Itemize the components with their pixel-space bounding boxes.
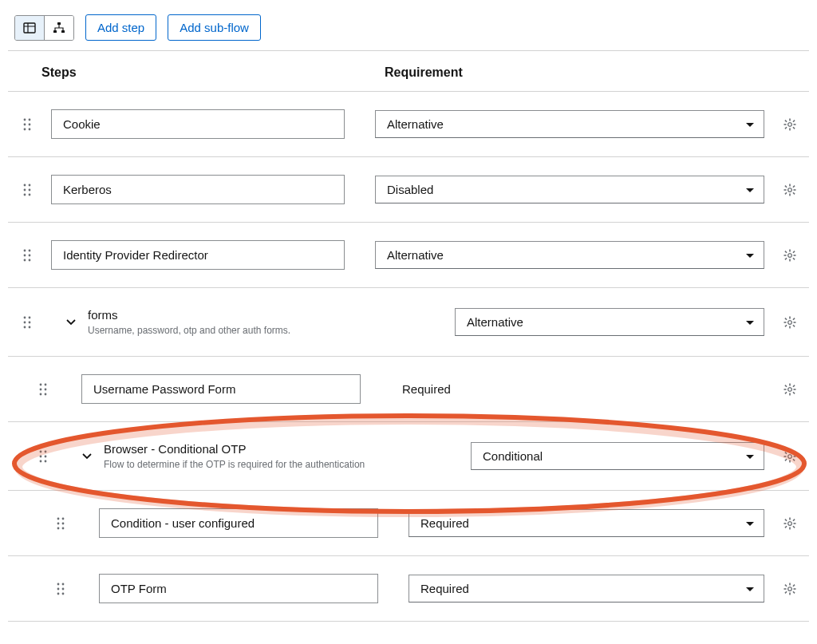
requirement-cell: Conditional	[471, 442, 764, 470]
svg-rect-5	[61, 30, 65, 33]
drag-handle[interactable]	[8, 248, 41, 263]
step-box[interactable]: OTP Form	[99, 574, 378, 603]
step-box[interactable]: Username Password Form	[81, 374, 361, 404]
step-cell: Identity Provider Redirector	[41, 240, 345, 270]
flow-title: Browser - Conditional OTP	[104, 442, 440, 456]
flow-row-cond-user: Condition - user configuredRequired	[8, 491, 809, 556]
requirement-select[interactable]: Required	[408, 575, 764, 603]
row-settings-button[interactable]	[764, 316, 796, 329]
column-headers: Steps Requirement	[8, 51, 809, 92]
chevron-down-icon	[82, 452, 92, 461]
grip-icon	[38, 449, 48, 464]
add-subflow-button[interactable]: Add sub-flow	[168, 14, 261, 41]
gear-icon	[783, 118, 796, 131]
rows-container: CookieAlternativeKerberosDisabledIdentit…	[8, 92, 809, 622]
step-box[interactable]: Cookie	[51, 109, 345, 139]
step-box[interactable]: Kerberos	[51, 175, 345, 204]
grip-icon	[22, 315, 32, 330]
diagram-icon	[53, 22, 65, 34]
requirement-cell: Alternative	[375, 241, 764, 269]
flow-row-otp-form: OTP FormRequired	[8, 556, 809, 622]
requirement-text: Required	[391, 376, 764, 402]
flow-row-cookie: CookieAlternative	[8, 92, 809, 157]
column-header-steps: Steps	[41, 65, 385, 80]
requirement-select[interactable]: Alternative	[455, 308, 764, 336]
drag-handle[interactable]	[41, 516, 75, 531]
flow-description: Username, password, otp and other auth f…	[88, 325, 424, 336]
row-settings-button[interactable]	[764, 517, 796, 530]
flow-label: Browser - Conditional OTPFlow to determi…	[99, 440, 440, 472]
svg-rect-0	[24, 23, 35, 33]
authentication-flow-editor: Add step Add sub-flow Steps Requirement …	[0, 0, 817, 644]
table-icon	[23, 22, 36, 34]
toolbar: Add step Add sub-flow	[8, 14, 809, 51]
flow-label: formsUsername, password, otp and other a…	[83, 306, 424, 338]
column-header-requirement: Requirement	[385, 65, 809, 80]
gear-icon	[783, 583, 796, 595]
requirement-select[interactable]: Required	[408, 509, 764, 537]
row-settings-button[interactable]	[764, 184, 796, 196]
view-toggle-group	[14, 15, 74, 41]
step-cell: formsUsername, password, otp and other a…	[41, 306, 424, 338]
step-cell: Browser - Conditional OTPFlow to determi…	[57, 440, 440, 472]
drag-handle[interactable]	[8, 117, 41, 132]
svg-rect-3	[57, 22, 61, 25]
requirement-cell: Disabled	[375, 176, 764, 203]
step-cell: Condition - user configured	[75, 508, 378, 538]
step-box[interactable]: Condition - user configured	[99, 508, 378, 538]
gear-icon	[783, 450, 796, 463]
flow-row-idp: Identity Provider RedirectorAlternative	[8, 223, 809, 288]
grip-icon	[22, 117, 32, 132]
row-settings-button[interactable]	[764, 249, 796, 262]
flow-description: Flow to determine if the OTP is required…	[104, 459, 440, 470]
grip-icon	[22, 248, 32, 263]
row-settings-button[interactable]	[764, 383, 796, 396]
requirement-select[interactable]: Alternative	[375, 110, 764, 138]
step-box[interactable]: Identity Provider Redirector	[51, 240, 345, 270]
view-table-button[interactable]	[15, 16, 44, 40]
flow-row-cond-otp: Browser - Conditional OTPFlow to determi…	[8, 422, 809, 491]
step-cell: Kerberos	[41, 175, 345, 204]
requirement-cell: Required	[408, 575, 764, 603]
grip-icon	[38, 382, 48, 397]
row-settings-button[interactable]	[764, 450, 796, 463]
drag-handle[interactable]	[8, 183, 41, 197]
gear-icon	[783, 184, 796, 196]
row-settings-button[interactable]	[764, 583, 796, 595]
requirement-cell: Alternative	[375, 110, 764, 138]
flow-title: forms	[88, 308, 424, 322]
drag-handle[interactable]	[41, 582, 75, 596]
expand-toggle[interactable]	[59, 318, 83, 327]
requirement-select[interactable]: Conditional	[471, 442, 764, 470]
chevron-down-icon	[66, 318, 76, 327]
requirement-cell: Alternative	[455, 308, 764, 336]
gear-icon	[783, 316, 796, 329]
step-cell: Cookie	[41, 109, 345, 139]
gear-icon	[783, 383, 796, 396]
gear-icon	[783, 249, 796, 262]
flow-row-upf: Username Password FormRequired	[8, 357, 809, 422]
requirement-cell: Required	[391, 376, 764, 402]
grip-icon	[56, 582, 65, 596]
gear-icon	[783, 517, 796, 530]
grip-icon	[22, 183, 32, 197]
flow-row-forms: formsUsername, password, otp and other a…	[8, 288, 809, 357]
expand-toggle[interactable]	[75, 452, 99, 461]
drag-handle[interactable]	[24, 382, 57, 397]
requirement-select[interactable]: Alternative	[375, 241, 764, 269]
step-cell: Username Password Form	[57, 374, 361, 404]
flow-row-kerberos: KerberosDisabled	[8, 157, 809, 223]
step-cell: OTP Form	[75, 574, 378, 603]
row-settings-button[interactable]	[764, 118, 796, 131]
svg-rect-4	[53, 30, 57, 33]
add-step-button[interactable]: Add step	[85, 14, 156, 41]
grip-icon	[56, 516, 65, 531]
requirement-select[interactable]: Disabled	[375, 176, 764, 203]
drag-handle[interactable]	[24, 449, 57, 464]
drag-handle[interactable]	[8, 315, 41, 330]
requirement-cell: Required	[408, 509, 764, 537]
view-diagram-button[interactable]	[44, 16, 73, 40]
